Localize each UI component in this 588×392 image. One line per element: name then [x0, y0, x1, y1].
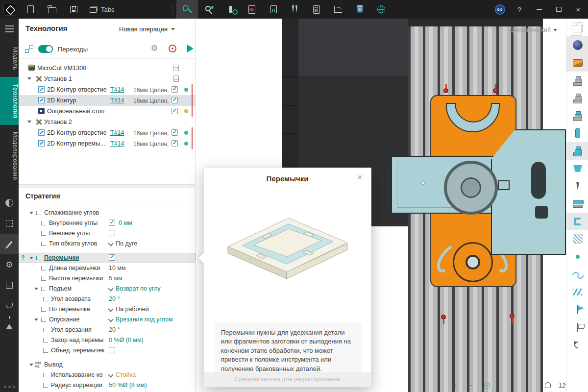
parameter-value[interactable]: Стойка	[109, 371, 136, 378]
operation-checkbox[interactable]	[172, 108, 178, 114]
zoom-in-button[interactable]: +	[453, 381, 457, 390]
clamp-button[interactable]	[0, 296, 19, 316]
strategy-row[interactable]: Длина перемычки10 мм	[19, 263, 196, 273]
machining-button[interactable]	[176, 0, 198, 19]
tools-button[interactable]	[284, 0, 306, 19]
holder-a-button[interactable]	[566, 72, 588, 89]
hatch-button[interactable]	[566, 230, 588, 248]
drill-button[interactable]	[566, 177, 588, 195]
run-simulation-button[interactable]	[187, 45, 194, 52]
parameter-value[interactable]: 20 °	[109, 295, 120, 302]
operation-checkbox[interactable]	[172, 86, 178, 93]
operation-row[interactable]: 2D Контур отверстиеT#1416мм Цилин,	[19, 127, 196, 138]
tool-reference[interactable]: T#14	[110, 129, 124, 136]
strategy-row[interactable]: ?Перемычки	[19, 253, 196, 263]
gear-icon[interactable]	[149, 43, 160, 54]
tool-cup-button[interactable]	[566, 160, 588, 177]
operation-row[interactable]: Установ 2	[19, 117, 196, 127]
holder-b-button[interactable]	[566, 89, 588, 107]
stock-button[interactable]	[349, 0, 370, 19]
tabs-button[interactable]: Tabs	[83, 0, 122, 19]
parameter-checkbox[interactable]	[109, 254, 115, 261]
transitions-toggle[interactable]	[38, 45, 53, 53]
post-button[interactable]	[370, 0, 392, 19]
parameter-value[interactable]: На рабочей	[109, 306, 149, 313]
strategy-row[interactable]: Сглаживание углов	[19, 208, 196, 218]
machine-setup-button[interactable]	[220, 0, 241, 19]
view-cube-button[interactable]	[566, 19, 588, 36]
tree-expand-icon[interactable]	[29, 257, 33, 259]
plates-button[interactable]	[566, 195, 588, 213]
stock-block-button[interactable]	[566, 54, 588, 72]
strategy-row[interactable]: Угол возврата20 °	[19, 294, 196, 304]
view-mode-dropdown[interactable]: Динамический	[510, 26, 557, 33]
parameter-checkbox[interactable]	[109, 220, 115, 226]
simulation-button[interactable]	[198, 0, 220, 19]
display-mode-button[interactable]	[0, 193, 19, 213]
back-arrow-button[interactable]	[566, 336, 588, 354]
sheet-icon[interactable]	[173, 65, 179, 71]
flag-filled-button[interactable]	[566, 301, 588, 318]
point-button[interactable]	[566, 248, 588, 266]
new-file-button[interactable]	[20, 0, 41, 19]
parameter-value[interactable]: 20 °	[109, 326, 120, 333]
tree-expand-icon[interactable]	[27, 77, 31, 80]
tree-expand-icon[interactable]	[27, 121, 31, 123]
operation-checkbox[interactable]	[172, 97, 178, 103]
new-operation-dropdown[interactable]: Новая операция	[119, 25, 175, 33]
nc-program-button[interactable]: N1	[241, 0, 263, 19]
report-button[interactable]	[263, 0, 284, 19]
shaded-view-button[interactable]	[566, 36, 588, 54]
close-button[interactable]: ×	[568, 0, 588, 19]
strategy-row[interactable]: Внутренние углы0 мм	[19, 218, 196, 228]
measure-button[interactable]	[0, 317, 19, 336]
parameter-value[interactable]: 0 %Ø (0 мм)	[109, 337, 144, 343]
record-target-icon[interactable]	[169, 45, 176, 52]
operation-row[interactable]: Опциональный стоп	[19, 106, 196, 117]
more-dots-icon[interactable]	[0, 386, 19, 388]
strategy-row[interactable]: Использование коСтойка	[19, 370, 196, 380]
minimize-button[interactable]	[529, 0, 549, 19]
strategy-row[interactable]: Внешние углы	[19, 228, 196, 239]
operation-checkbox[interactable]	[172, 129, 178, 136]
strategy-row[interactable]: Угол врезания20 °	[19, 325, 196, 335]
workplan-icon[interactable]	[25, 45, 33, 53]
zoom-level[interactable]: 12%	[559, 382, 566, 389]
flag-outline-button[interactable]	[566, 318, 588, 336]
tool-stack-button[interactable]	[566, 142, 588, 160]
strategy-row[interactable]: Высота перемычки5 мм	[19, 273, 196, 284]
tree-expand-icon[interactable]	[29, 212, 33, 214]
maximize-button[interactable]	[549, 0, 568, 19]
machine-button[interactable]	[0, 275, 19, 295]
tool-cyl-button[interactable]	[566, 124, 588, 142]
save-button[interactable]	[63, 0, 84, 19]
notifications-bell-icon[interactable]	[545, 382, 551, 387]
strategy-row[interactable]: ОпусканиеВрезания под углом	[19, 315, 196, 325]
sheet-icon[interactable]	[173, 75, 179, 82]
calculator-button[interactable]	[306, 0, 327, 19]
holder-c-button[interactable]	[566, 107, 588, 124]
menu-icon[interactable]	[5, 25, 14, 26]
strategy-row[interactable]: Зазор над перемы0 %Ø (0 мм)	[19, 335, 196, 345]
operation-row[interactable]: MicroCut VM1300	[19, 63, 196, 74]
parameter-value[interactable]: 50 %Ø (8 мм)	[109, 382, 147, 389]
parameter-value[interactable]: 5 мм	[109, 275, 122, 282]
origin-icon[interactable]	[484, 383, 490, 389]
tree-expand-icon[interactable]	[34, 318, 38, 321]
strategy-row[interactable]: Тип обката угловПо дуге	[19, 239, 196, 249]
close-icon[interactable]: ×	[354, 172, 365, 183]
parameter-value[interactable]: 0 мм	[119, 220, 132, 226]
rail-tab-1[interactable]: Модель	[0, 40, 19, 77]
app-logo-icon[interactable]	[3, 3, 16, 16]
selection-button[interactable]	[0, 214, 19, 233]
rail-tab-3[interactable]: Моделирование	[0, 125, 19, 187]
settings-button[interactable]	[0, 255, 19, 274]
open-folder-button[interactable]	[41, 0, 63, 19]
strategy-row[interactable]: ПодъемВозврат по углу	[19, 284, 196, 294]
parameter-value[interactable]: По дуге	[109, 240, 137, 247]
tree-expand-icon[interactable]	[29, 364, 33, 366]
tool-reference[interactable]: T#14	[110, 86, 124, 93]
operation-checkbox[interactable]	[172, 140, 178, 147]
zoom-out-button[interactable]: −	[468, 381, 473, 390]
tool-reference[interactable]: T#14	[110, 97, 124, 104]
